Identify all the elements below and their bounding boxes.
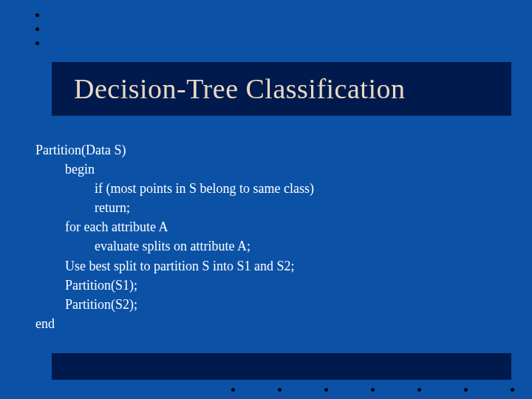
title-bar: Decision-Tree Classification <box>52 62 511 115</box>
algo-line: return; <box>35 198 502 217</box>
algo-line: Partition(S1); <box>35 276 502 295</box>
algorithm-block: Partition(Data S) begin if (most points … <box>35 140 502 333</box>
bullet-dot <box>464 388 468 392</box>
bullet-dot <box>371 388 375 392</box>
algo-line: if (most points in S belong to same clas… <box>35 179 502 198</box>
algo-line: Partition(S2); <box>35 295 502 314</box>
footer-bar <box>52 353 511 380</box>
bullet-dot <box>278 388 282 392</box>
algo-line: Partition(Data S) <box>35 140 502 160</box>
algo-line: end <box>35 314 502 333</box>
algo-line: begin <box>35 160 502 179</box>
bullet-dot <box>35 27 39 31</box>
decorative-bottom-bullets <box>231 388 514 392</box>
slide-title: Decision-Tree Classification <box>74 72 405 105</box>
decorative-top-bullets <box>35 13 39 45</box>
bullet-dot <box>417 388 421 392</box>
bullet-dot <box>231 388 235 392</box>
bullet-dot <box>511 388 514 392</box>
bullet-dot <box>324 388 328 392</box>
algo-line: Use best split to partition S into S1 an… <box>35 256 502 276</box>
bullet-dot <box>35 13 39 17</box>
algo-line: evaluate splits on attribute A; <box>35 236 502 256</box>
algo-line: for each attribute A <box>35 217 502 236</box>
bullet-dot <box>35 41 39 45</box>
